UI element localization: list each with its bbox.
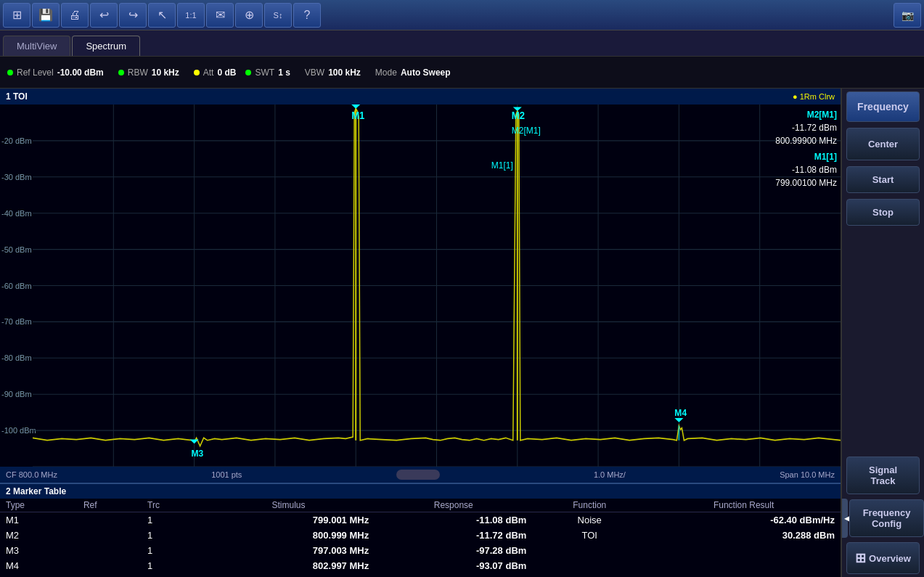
m3-response: -97.28 dBm: [375, 543, 532, 558]
att-group: Att 0 dB SWT 1 s: [194, 67, 290, 78]
m3-ref: [78, 543, 142, 558]
m1-type: M1: [0, 512, 78, 528]
right-panel-divider: ◀ Frequency Config: [842, 499, 924, 538]
att-label: Att: [203, 67, 214, 78]
m3-result: [647, 543, 841, 558]
toolbar-btn-zoom[interactable]: ⊕: [235, 3, 263, 28]
tab-spectrum[interactable]: Spectrum: [72, 36, 140, 56]
m2-label: M2[M1]: [775, 108, 837, 121]
marker-data-table: Type Ref Trc Stimulus Response Function …: [0, 499, 841, 573]
overview-label: Overview: [869, 553, 911, 564]
att-value[interactable]: 0 dB: [217, 67, 236, 78]
col-response: Response: [375, 499, 532, 512]
m1-result: -62.40 dBm/Hz: [647, 512, 841, 528]
tabs: MultiView Spectrum: [0, 30, 924, 57]
svg-marker-22: [351, 105, 360, 109]
cf-label: CF 800.0 MHz: [6, 470, 57, 479]
toolbar-btn-redo[interactable]: ↪: [119, 3, 147, 28]
m1-function: Noise: [532, 512, 647, 528]
m4-function: [532, 558, 647, 573]
svg-text:M4: M4: [674, 406, 687, 418]
overview-icon: ⊞: [855, 550, 866, 566]
spectrum-svg: M1 M2 M3 M4 M2[M1] M1[1]: [33, 105, 841, 467]
frequency-button[interactable]: Frequency: [846, 91, 920, 122]
table-row-m4[interactable]: M4 1 802.997 MHz -93.07 dBm: [0, 558, 841, 573]
table-row-m2[interactable]: M2 1 800.999 MHz -11.72 dBm TOI 30.288 d…: [0, 528, 841, 543]
y-label-m50: -50 dBm: [1, 245, 32, 254]
toolbar-btn-start[interactable]: ⊞: [3, 3, 30, 28]
toolbar-btn-save[interactable]: 💾: [32, 3, 60, 28]
scroll-handle[interactable]: [396, 470, 440, 480]
rbw-group: RBW 10 kHz: [118, 67, 179, 78]
table-row-m3[interactable]: M3 1 797.003 MHz -97.28 dBm: [0, 543, 841, 558]
m2-trc: 1: [142, 528, 203, 543]
m2-freq: 800.99900 MHz: [775, 134, 837, 147]
tab-multiview[interactable]: MultiView: [3, 36, 70, 56]
vbw-label: VBW: [305, 67, 324, 78]
svg-text:M2: M2: [512, 110, 525, 122]
m1-response: -11.08 dBm: [375, 512, 532, 528]
swt-value[interactable]: 1 s: [278, 67, 290, 78]
col-trc: Trc: [142, 499, 203, 512]
m2-ref: [78, 528, 142, 543]
svg-marker-25: [674, 418, 683, 422]
m2-response: -11.72 dBm: [375, 528, 532, 543]
y-label-m80: -80 dBm: [1, 353, 32, 362]
right-panel: Frequency Center Start Stop Signal Track…: [841, 89, 924, 577]
per-div-label: 1.0 MHz/: [594, 470, 626, 479]
svg-text:M1: M1: [351, 110, 364, 122]
vbw-group: VBW 100 kHz: [305, 67, 361, 78]
toolbar-camera[interactable]: 📷: [894, 3, 921, 28]
m3-type: M3: [0, 543, 78, 558]
toolbar-btn-print[interactable]: 🖨: [61, 3, 89, 28]
mode-group: Mode Auto Sweep: [375, 67, 451, 78]
rbw-label: RBW: [128, 67, 148, 78]
rbw-value[interactable]: 10 kHz: [152, 67, 179, 78]
ref-level-label: Ref Level: [17, 67, 54, 78]
ref-level-group: Ref Level -10.00 dBm: [7, 67, 104, 78]
col-type: Type: [0, 499, 78, 512]
att-indicator: [194, 70, 200, 75]
toolbar-btn-unknown1[interactable]: S↕: [264, 3, 292, 28]
center-button[interactable]: Center: [846, 128, 920, 160]
m1-stimulus: 799.001 MHz: [203, 512, 375, 528]
m4-type: M4: [0, 558, 78, 573]
toolbar-btn-zoom-reset[interactable]: 1:1: [177, 3, 205, 28]
toolbar-btn-cursor[interactable]: ↖: [148, 3, 176, 28]
toolbar-btn-help[interactable]: ?: [293, 3, 321, 28]
svg-text:M1[1]: M1[1]: [491, 160, 513, 171]
m1-label: M1[1]: [775, 150, 837, 163]
mode-value[interactable]: Auto Sweep: [401, 67, 451, 78]
m1-trc: 1: [142, 512, 203, 528]
frequency-config-button[interactable]: Frequency Config: [849, 499, 924, 537]
col-ref: Ref: [78, 499, 142, 512]
vbw-value[interactable]: 100 kHz: [328, 67, 361, 78]
col-stimulus: Stimulus: [203, 499, 375, 512]
m3-stimulus: 797.003 MHz: [203, 543, 375, 558]
toolbar-btn-marker[interactable]: ✉: [206, 3, 234, 28]
settings-bar: Ref Level -10.00 dBm RBW 10 kHz Att 0 dB…: [0, 57, 924, 89]
y-label-m60: -60 dBm: [1, 282, 32, 290]
spectrum-display[interactable]: -20 dBm -30 dBm -40 dBm -50 dBm -60 dBm …: [0, 105, 841, 467]
display-mode: ● 1Rm Clrw: [793, 92, 835, 101]
y-label-m90: -90 dBm: [1, 390, 32, 398]
rbw-indicator: [118, 70, 124, 75]
toolbar-btn-undo[interactable]: ↩: [90, 3, 118, 28]
y-label-m70: -70 dBm: [1, 317, 32, 326]
y-label-m20: -20 dBm: [1, 136, 32, 145]
start-button[interactable]: Start: [846, 166, 920, 193]
y-label-m30: -30 dBm: [1, 173, 32, 181]
ref-level-value[interactable]: -10.00 dBm: [57, 67, 104, 78]
svg-text:M3: M3: [192, 448, 204, 459]
m2-stimulus: 800.999 MHz: [203, 528, 375, 543]
table-row-m1[interactable]: M1 1 799.001 MHz -11.08 dBm Noise -62.40…: [0, 512, 841, 528]
signal-track-button[interactable]: Signal Track: [846, 457, 920, 494]
mode-label: Mode: [375, 67, 397, 78]
m4-stimulus: 802.997 MHz: [203, 558, 375, 573]
chart-title: 1 TOI: [6, 91, 28, 102]
overview-button[interactable]: ⊞ Overview: [846, 542, 920, 574]
stop-button[interactable]: Stop: [846, 199, 920, 226]
m4-ref: [78, 558, 142, 573]
panel-collapse-btn[interactable]: ◀: [842, 499, 848, 538]
m4-trc: 1: [142, 558, 203, 573]
